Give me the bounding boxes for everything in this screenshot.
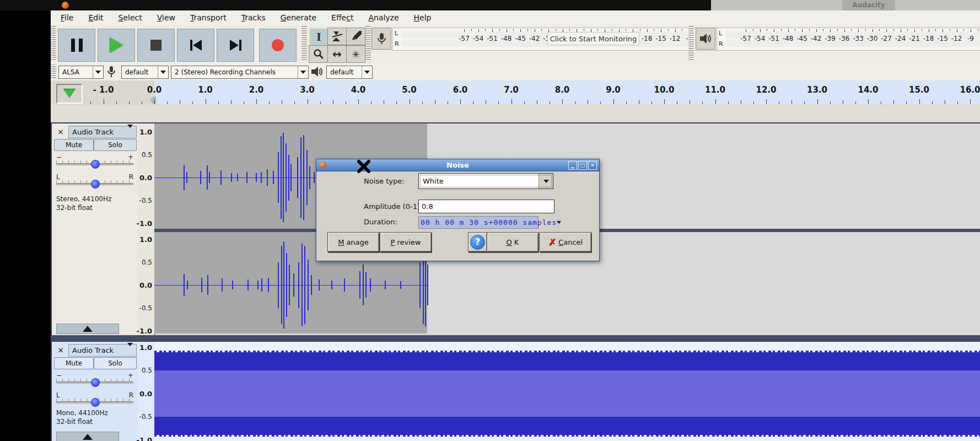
recording-meter[interactable]: LR-57-54-51-48-45-42-39-36-33-30-27-24-2…: [392, 28, 739, 51]
gain-slider-thumb[interactable]: [91, 160, 100, 169]
playback-meter-tick: [774, 29, 774, 32]
recording-channels-select[interactable]: 2 (Stereo) Recording Channels: [171, 66, 309, 79]
help-button[interactable]: ?: [468, 232, 487, 252]
mute-button[interactable]: Mute: [54, 139, 94, 151]
track-vertical-ruler[interactable]: 1.00.50.0-0.5-1.01.00.50.0-0.5-1.0: [138, 123, 155, 336]
stop-button[interactable]: [137, 29, 175, 62]
mute-button[interactable]: Mute: [54, 357, 94, 369]
menu-analyze[interactable]: Analyze: [363, 12, 403, 23]
pan-slider[interactable]: LR: [56, 391, 133, 406]
track-title-menu[interactable]: Audio Track: [68, 344, 137, 357]
play-button[interactable]: [98, 29, 135, 62]
draw-tool-button[interactable]: [346, 28, 365, 45]
track-collapse-button[interactable]: [56, 324, 119, 334]
zoom-tool-button[interactable]: [309, 45, 328, 63]
host-select[interactable]: ALSA: [58, 66, 104, 79]
pan-slider-thumb[interactable]: [91, 398, 100, 407]
waveform-spike: [281, 136, 282, 218]
menu-tracks[interactable]: Tracks: [236, 12, 271, 23]
duration-field[interactable]: 00 h 00 m 30 s+00000 samples: [418, 216, 539, 229]
chevron-down-icon[interactable]: [158, 66, 168, 78]
menu-edit[interactable]: Edit: [83, 12, 108, 23]
menu-effect[interactable]: Effect: [326, 12, 358, 23]
menu-help[interactable]: Help: [409, 12, 437, 23]
toolbar-grip[interactable]: [365, 26, 371, 61]
recording-meter-tick: [499, 29, 500, 31]
gain-slider-max-label: +: [128, 153, 133, 161]
pan-slider[interactable]: LR: [56, 173, 133, 187]
duration-value: 00 h 00 m 30 s+00000 samples: [419, 218, 557, 227]
playback-meter[interactable]: LR-57-54-51-48-45-42-39-36-33-30-27-24-2…: [717, 28, 980, 51]
cancel-button[interactable]: ✗ Cancel: [540, 232, 591, 252]
menu-file[interactable]: File: [56, 12, 78, 23]
playback-meter-scale-number: -39: [825, 35, 836, 42]
time-shift-tool-button[interactable]: ↔: [327, 45, 347, 63]
timeline-ruler[interactable]: - 1.00.01.02.03.04.05.06.07.08.09.010.01…: [51, 80, 980, 105]
recording-device-select[interactable]: default: [121, 66, 169, 79]
maximize-icon[interactable]: □: [578, 161, 587, 170]
playback-meter-tick: [816, 29, 817, 32]
toolbar-grip[interactable]: [51, 26, 56, 61]
manage-button[interactable]: Manage: [327, 232, 379, 252]
gain-slider-thumb[interactable]: [91, 378, 100, 387]
record-button[interactable]: [259, 29, 297, 62]
timeline-tick: [308, 99, 308, 104]
toolbar-grip[interactable]: [301, 26, 307, 61]
skip-to-end-button[interactable]: [217, 29, 254, 62]
waveform-spike: [400, 281, 401, 288]
playback-meter-tick: [879, 29, 880, 31]
envelope-tool-button[interactable]: [327, 28, 347, 45]
track2-wave-area[interactable]: [154, 342, 980, 441]
gain-slider[interactable]: −+: [56, 372, 133, 386]
timeline-label: 14.0: [858, 85, 878, 95]
selection-tool-button[interactable]: I: [309, 28, 329, 46]
chevron-down-icon[interactable]: [93, 66, 103, 78]
minimize-icon[interactable]: ▁: [568, 161, 577, 170]
skip-to-start-button[interactable]: [177, 29, 214, 62]
recording-meter-tick: [471, 29, 472, 31]
playback-meter-tick: [873, 29, 873, 32]
close-icon[interactable]: ✕: [588, 161, 597, 170]
amplitude-input[interactable]: 0.8: [418, 200, 554, 213]
track-collapse-button[interactable]: [56, 432, 119, 441]
playback-meter-speaker-button[interactable]: [696, 28, 715, 50]
multi-tool-button[interactable]: ✳: [346, 45, 365, 63]
timeline-tick: [906, 101, 907, 104]
menu-bar: FileEditSelectViewTransportTracksGenerat…: [51, 10, 980, 25]
monitor-overlay[interactable]: Click to Start Monitoring: [547, 32, 639, 45]
timeline-tick: [511, 99, 512, 104]
track-close-button[interactable]: ×: [54, 344, 67, 356]
preview-button[interactable]: Preview: [380, 232, 432, 252]
ok-button[interactable]: OK: [487, 232, 539, 252]
menu-select[interactable]: Select: [114, 12, 147, 23]
playback-meter-tick: [767, 29, 767, 31]
solo-button[interactable]: Solo: [94, 139, 137, 151]
solo-button[interactable]: Solo: [94, 357, 137, 369]
menu-transport[interactable]: Transport: [185, 12, 231, 23]
record-meter-mic-button[interactable]: [371, 28, 391, 50]
gain-slider[interactable]: −+: [56, 153, 133, 168]
pause-button[interactable]: [58, 29, 95, 62]
noise-type-select[interactable]: White: [418, 173, 553, 189]
timeline-tick: [664, 99, 665, 104]
toolbar-grip[interactable]: [688, 26, 694, 61]
menu-view[interactable]: View: [152, 12, 180, 23]
timeline-label: 11.0: [705, 85, 725, 95]
track-vertical-ruler[interactable]: 1.00.50.0-0.5-1.0: [138, 342, 155, 441]
recording-meter-tick: [541, 29, 542, 31]
chevron-down-icon[interactable]: [539, 174, 553, 189]
waveform-spike: [247, 279, 249, 291]
track-mono: ×Audio TrackMuteSolo−+LRMono, 44100Hz32-…: [51, 341, 980, 441]
chevron-down-icon[interactable]: [298, 66, 308, 78]
chevron-down-icon[interactable]: [362, 66, 372, 78]
recording-meter-tick: [640, 29, 640, 31]
waveform-spike: [268, 278, 269, 293]
playback-device-select[interactable]: default: [326, 66, 373, 79]
track-close-button[interactable]: ×: [54, 126, 67, 137]
pan-slider-thumb[interactable]: [91, 180, 100, 189]
menu-generate[interactable]: Generate: [276, 12, 321, 23]
waveform-spike: [363, 265, 364, 306]
track-title-menu[interactable]: Audio Track: [68, 126, 137, 138]
chevron-down-icon[interactable]: [557, 217, 561, 228]
toolbar-grip[interactable]: [51, 64, 56, 79]
